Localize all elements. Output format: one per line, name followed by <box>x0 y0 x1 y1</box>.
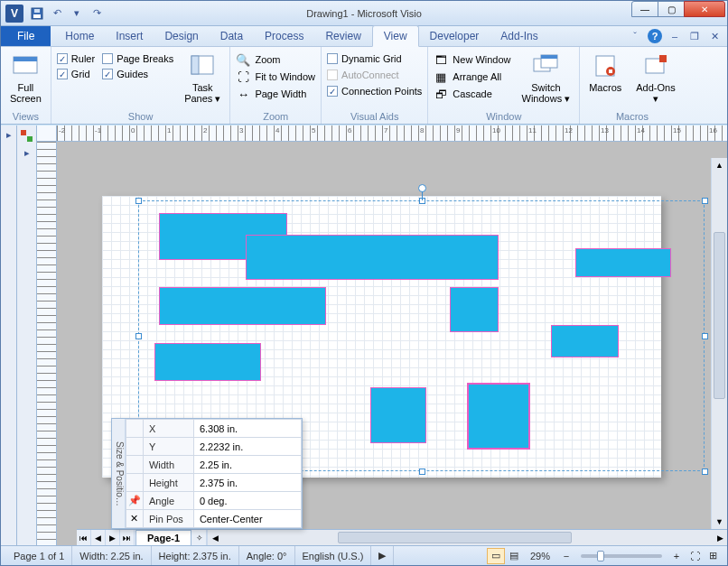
prop-value[interactable]: 2.375 in. <box>193 474 301 492</box>
tab-process[interactable]: Process <box>254 26 314 46</box>
help-icon[interactable]: ? <box>648 29 662 43</box>
prop-value[interactable]: 0 deg. <box>193 492 301 510</box>
ruler-checkbox[interactable]: ✓Ruler <box>57 53 95 64</box>
tab-insert[interactable]: Insert <box>105 26 154 46</box>
scroll-left-icon[interactable]: ◀ <box>208 530 222 545</box>
canvas[interactable]: ▲ ▼ ⏮ ◀ ▶ ⏭ Page-1 ✧ ◀ ▶ <box>57 142 727 545</box>
tab-design[interactable]: Design <box>154 26 209 46</box>
selection-handle[interactable] <box>702 198 708 204</box>
ribbon: Full Screen Views ✓Ruler ✓Grid Page Brea… <box>1 47 727 125</box>
tab-review[interactable]: Review <box>314 26 371 46</box>
group-zoom: 🔍Zoom ⛶Fit to Window ↔Page Width Zoom <box>230 47 322 124</box>
prop-value[interactable]: 2.25 in. <box>193 456 301 474</box>
shapes-icon <box>20 129 34 144</box>
horizontal-ruler[interactable]: -2-1012345678910111213141516 <box>57 125 727 142</box>
guides-checkbox[interactable]: ✓Guides <box>102 69 173 79</box>
prev-page-icon[interactable]: ◀ <box>91 530 106 545</box>
grid-checkbox[interactable]: ✓Grid <box>57 69 95 79</box>
prop-value[interactable]: Center-Center <box>193 510 301 528</box>
zoom-slider[interactable] <box>581 554 662 558</box>
arrange-all-button[interactable]: ▦Arrange All <box>434 70 510 84</box>
prop-key: Y <box>143 438 193 456</box>
new-page-icon[interactable]: ✧ <box>192 530 207 545</box>
task-panes-button[interactable]: Task Panes ▾ <box>181 50 224 106</box>
connection-points-checkbox[interactable]: ✓Connection Points <box>327 86 422 97</box>
zoom-in-icon[interactable]: + <box>667 548 686 564</box>
row-icon[interactable]: ✕ <box>126 510 143 528</box>
fit-to-window-button[interactable]: ⛶Fit to Window <box>236 70 315 84</box>
minimize-ribbon-icon[interactable]: ˇ <box>628 29 642 43</box>
selection-handle[interactable] <box>135 333 142 339</box>
scroll-down-icon[interactable]: ▼ <box>712 515 727 529</box>
doc-close-icon[interactable]: ✕ <box>707 29 722 43</box>
scroll-up-icon[interactable]: ▲ <box>712 158 727 172</box>
shapes-pane-collapsed[interactable]: ▸ <box>1 125 17 545</box>
view-wide-icon[interactable]: ▤ <box>505 548 523 564</box>
vertical-ruler[interactable] <box>37 142 57 545</box>
close-button[interactable]: ✕ <box>684 1 725 17</box>
status-page[interactable]: Page 1 of 1 <box>6 546 72 565</box>
status-zoom[interactable]: 29% <box>523 546 557 565</box>
macros-button[interactable]: Macros <box>585 50 625 95</box>
size-position-window[interactable]: Size & Positio… X6.308 in.Y2.2232 in.Wid… <box>111 418 303 529</box>
row-icon <box>126 420 143 438</box>
doc-minimize-icon[interactable]: – <box>667 29 682 43</box>
auto-connect-checkbox[interactable]: AutoConnect <box>327 70 422 80</box>
prop-value[interactable]: 2.2232 in. <box>193 438 301 456</box>
prop-value[interactable]: 6.308 in. <box>193 420 301 438</box>
page-width-button[interactable]: ↔Page Width <box>236 87 315 101</box>
prop-key: Angle <box>143 492 193 510</box>
switch-windows-button[interactable]: Switch Windows ▾ <box>518 50 574 106</box>
undo-icon[interactable]: ↶ <box>48 5 66 23</box>
selection-handle[interactable] <box>419 469 425 475</box>
vertical-scrollbar[interactable]: ▲ ▼ <box>711 158 727 529</box>
zoom-button[interactable]: 🔍Zoom <box>236 52 315 67</box>
hscroll-thumb[interactable] <box>338 532 572 543</box>
doc-restore-icon[interactable]: ❐ <box>687 29 702 43</box>
fit-page-icon[interactable]: ⛶ <box>686 548 704 564</box>
addons-button[interactable]: Add-Ons▾ <box>632 50 678 106</box>
expand2-icon[interactable]: ▸ <box>24 147 30 159</box>
new-window-button[interactable]: 🗔New Window <box>434 52 510 67</box>
horizontal-scrollbar[interactable]: ◀ ▶ <box>207 530 727 545</box>
minimize-button[interactable]: — <box>631 1 658 17</box>
tab-view[interactable]: View <box>372 25 419 47</box>
expand-icon[interactable]: ▸ <box>6 129 12 141</box>
first-page-icon[interactable]: ⏮ <box>77 530 91 545</box>
full-screen-button[interactable]: Full Screen <box>6 50 45 106</box>
zoom-slider-knob[interactable] <box>597 551 604 561</box>
zoom-out-icon[interactable]: − <box>557 548 575 564</box>
page-tab[interactable]: Page-1 <box>135 530 191 545</box>
redo-icon[interactable]: ↷ <box>88 5 106 23</box>
cascade-button[interactable]: 🗗Cascade <box>434 87 510 101</box>
maximize-button[interactable]: ▢ <box>658 1 685 17</box>
save-icon[interactable] <box>28 5 46 23</box>
view-normal-icon[interactable]: ▭ <box>487 548 505 564</box>
row-icon[interactable]: 📌 <box>126 492 143 510</box>
tab-data[interactable]: Data <box>210 26 254 46</box>
row-icon <box>126 438 143 456</box>
shapes-rail[interactable]: ▸ <box>17 125 37 545</box>
svg-rect-1 <box>33 14 41 18</box>
dynamic-grid-checkbox[interactable]: Dynamic Grid <box>327 53 422 64</box>
selection-handle[interactable] <box>702 469 708 475</box>
svg-rect-6 <box>191 56 199 74</box>
selection-handle[interactable] <box>135 198 142 204</box>
scroll-right-icon[interactable]: ▶ <box>713 530 727 545</box>
next-page-icon[interactable]: ▶ <box>106 530 120 545</box>
status-language[interactable]: English (U.S.) <box>295 546 372 565</box>
tab-home[interactable]: Home <box>54 26 105 46</box>
selection-handle[interactable] <box>702 333 708 339</box>
vscroll-thumb[interactable] <box>714 232 725 399</box>
last-page-icon[interactable]: ⏭ <box>120 530 135 545</box>
tab-addins[interactable]: Add-Ins <box>490 26 548 46</box>
ruler-corner <box>37 125 57 142</box>
file-tab[interactable]: File <box>1 26 51 46</box>
tab-developer[interactable]: Developer <box>419 26 490 46</box>
macro-record-icon[interactable]: ▶ <box>371 546 394 565</box>
svg-rect-12 <box>609 70 612 73</box>
shape-rectangle[interactable] <box>246 235 499 280</box>
pan-zoom-icon[interactable]: ⊞ <box>704 548 722 564</box>
qat-dropdown-icon[interactable]: ▾ <box>68 5 86 23</box>
page-breaks-checkbox[interactable]: Page Breaks <box>102 53 173 64</box>
